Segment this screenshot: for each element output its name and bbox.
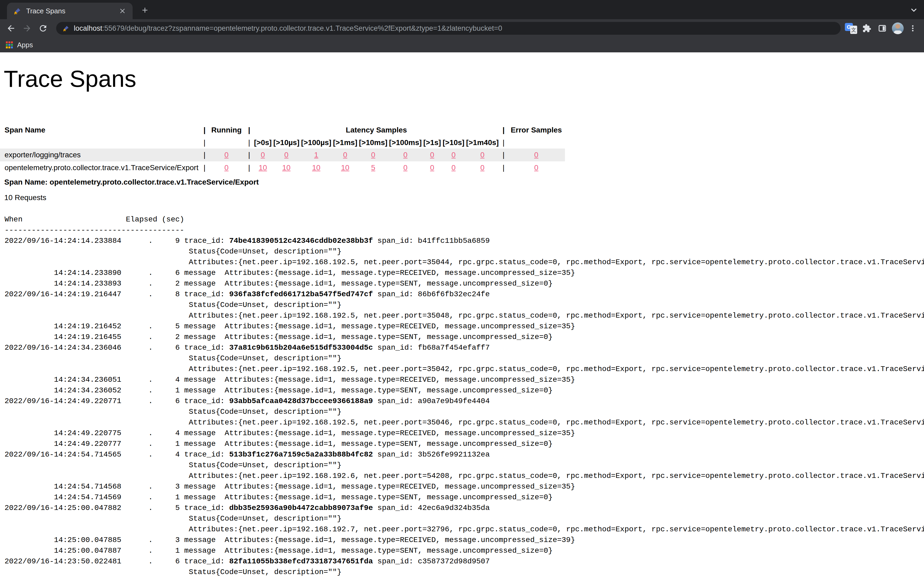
col-separator: | <box>499 137 507 148</box>
request-event: 14:24:49.220775 . 4 message Attributes:{… <box>5 429 575 437</box>
log-header: When Elapsed (sec) <box>5 215 184 224</box>
bucket-count-link-cell: 0 <box>465 148 499 161</box>
bucket-count-link[interactable]: 10 <box>312 163 320 172</box>
error-count-link-cell: 0 <box>507 161 565 174</box>
request-attributes: Attributes:{net.peer.ip=192.168.192.6, n… <box>5 472 924 480</box>
profile-avatar[interactable] <box>892 23 904 34</box>
request-entry: 2022/09/16-14:24:49.220771 . 6 trace_id:… <box>5 397 490 405</box>
address-bar[interactable]: localhost:55679/debug/tracez?zspanname=o… <box>56 22 841 35</box>
col-latency-samples: Latency Samples <box>253 123 499 137</box>
col-separator: | <box>245 123 253 137</box>
side-panel-icon[interactable] <box>876 23 888 34</box>
bucket-label: [>1s] <box>422 137 442 148</box>
back-icon[interactable] <box>4 21 18 35</box>
request-event: 14:24:34.236052 . 1 message Attributes:{… <box>5 386 552 395</box>
bucket-count-link-cell: 0 <box>442 148 465 161</box>
request-event: 14:24:54.714568 . 3 message Attributes:{… <box>5 482 575 491</box>
bucket-count-link[interactable]: 1 <box>314 151 318 159</box>
request-status: Status{Code=Unset, description=""} <box>5 461 341 469</box>
empty-cell <box>507 137 565 148</box>
bucket-count-link[interactable]: 0 <box>430 151 435 159</box>
bookmark-apps[interactable]: Apps <box>17 41 33 49</box>
tab-close-icon[interactable] <box>117 6 128 16</box>
bucket-count-link-cell: 0 <box>422 161 442 174</box>
request-event: 14:25:00.047885 . 3 message Attributes:{… <box>5 536 575 544</box>
extensions-puzzle-icon[interactable] <box>861 23 873 34</box>
bucket-count-link[interactable]: 0 <box>343 151 347 159</box>
reload-icon[interactable] <box>36 21 50 35</box>
bucket-count-link-cell: 0 <box>253 148 273 161</box>
bucket-count-link-cell: 10 <box>332 161 358 174</box>
bucket-count-link-cell: 0 <box>465 161 499 174</box>
url-text: localhost:55679/debug/tracez?zspanname=o… <box>74 24 502 32</box>
bucket-count-link-cell: 5 <box>358 161 388 174</box>
bucket-count-link[interactable]: 0 <box>371 151 375 159</box>
bucket-count-link-cell: 10 <box>273 161 300 174</box>
url-path: :55679/debug/tracez?zspanname=openteleme… <box>102 24 502 32</box>
empty-cell <box>208 137 245 148</box>
apps-grid-icon[interactable] <box>5 41 13 49</box>
forward-icon[interactable] <box>20 21 34 35</box>
menu-kebab-icon[interactable] <box>908 23 918 34</box>
toolbar-right-cluster: G 文 <box>845 23 920 34</box>
span-row: exporter/logging/traces|0|001000000|0 <box>0 148 565 161</box>
running-count-link[interactable]: 0 <box>224 151 229 159</box>
bucket-count-link[interactable]: 0 <box>284 151 289 159</box>
col-running: Running <box>208 123 245 137</box>
bucket-count-link[interactable]: 10 <box>259 163 267 172</box>
tracez-summary-table: Span Name | Running | Latency Samples | … <box>0 123 565 174</box>
col-separator: | <box>499 161 507 174</box>
bucket-label: [>100ms] <box>388 137 422 148</box>
bucket-count-link[interactable]: 0 <box>403 151 407 159</box>
tab-search-chevron-icon[interactable] <box>908 6 920 15</box>
request-count: 10 Requests <box>4 193 924 202</box>
opentelemetry-favicon-icon <box>13 7 21 15</box>
bucket-count-link[interactable]: 0 <box>452 151 456 159</box>
bucket-label: [>10ms] <box>358 137 388 148</box>
bucket-label: [>10µs] <box>273 137 300 148</box>
bucket-count-link[interactable]: 10 <box>341 163 349 172</box>
bucket-count-link[interactable]: 0 <box>403 163 407 172</box>
trace-id: 93abb5afcaa0428d37bccee9366188a9 <box>229 397 373 405</box>
col-separator: | <box>499 148 507 161</box>
bucket-count-link-cell: 10 <box>253 161 273 174</box>
request-entry: 2022/09/16-14:24:34.236046 . 6 trace_id:… <box>5 343 490 352</box>
request-attributes: Attributes:{net.peer.ip=192.168.192.5, n… <box>5 365 924 373</box>
request-entry: 2022/09/16-14:25:00.047882 . 5 trace_id:… <box>5 504 490 512</box>
request-event: 14:24:34.236051 . 4 message Attributes:{… <box>5 376 575 384</box>
bucket-count-link[interactable]: 0 <box>480 163 485 172</box>
bucket-label: [>10s] <box>442 137 465 148</box>
bucket-count-link[interactable]: 0 <box>480 151 485 159</box>
bucket-count-link[interactable]: 10 <box>282 163 291 172</box>
bucket-count-link[interactable]: 0 <box>452 163 456 172</box>
col-error-samples: Error Samples <box>507 123 565 137</box>
bucket-label: [>1ms] <box>332 137 358 148</box>
request-entry: 2022/09/16-14:24:14.233884 . 9 trace_id:… <box>5 237 490 245</box>
trace-id: 513b3f1c276a7159c5a2a33b88b4fc82 <box>229 450 373 459</box>
request-entry: 2022/09/16-14:24:54.714565 . 4 trace_id:… <box>5 450 490 459</box>
request-event: 14:24:19.216452 . 5 message Attributes:{… <box>5 322 575 330</box>
request-status: Status{Code=Unset, description=""} <box>5 247 341 256</box>
col-separator: | <box>201 123 208 137</box>
page-title: Trace Spans <box>4 66 924 92</box>
running-count-link-cell: 0 <box>208 148 245 161</box>
bucket-count-link[interactable]: 0 <box>261 151 265 159</box>
tab-title: Trace Spans <box>26 7 117 15</box>
request-status: Status{Code=Unset, description=""} <box>5 408 341 416</box>
google-translate-icon[interactable]: G 文 <box>845 23 857 34</box>
tab-bar: Trace Spans <box>0 0 924 19</box>
col-separator: | <box>201 137 208 148</box>
new-tab-button[interactable] <box>139 4 151 16</box>
bucket-count-link-cell: 0 <box>422 148 442 161</box>
running-count-link[interactable]: 0 <box>224 163 229 172</box>
bucket-count-link[interactable]: 5 <box>371 163 375 172</box>
browser-tab[interactable]: Trace Spans <box>7 3 132 19</box>
bookmarks-bar: Apps <box>0 37 924 52</box>
error-count-link[interactable]: 0 <box>534 151 538 159</box>
error-count-link[interactable]: 0 <box>534 163 538 172</box>
request-status: Status{Code=Unset, description=""} <box>5 514 341 523</box>
col-separator: | <box>245 148 253 161</box>
bucket-count-link-cell: 10 <box>300 161 332 174</box>
bucket-count-link[interactable]: 0 <box>430 163 435 172</box>
request-event: 14:24:14.233893 . 2 message Attributes:{… <box>5 279 552 288</box>
